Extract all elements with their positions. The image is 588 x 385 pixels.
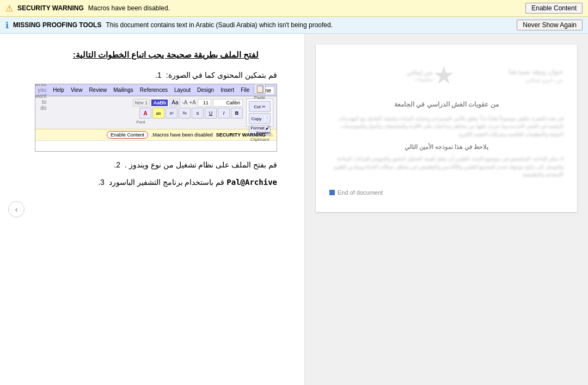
subscript-btn[interactable]: X₂	[179, 108, 191, 119]
font-color-btn[interactable]: A	[139, 108, 151, 119]
step-3-text: Pal@Archive قم باستخدام برنامج التشفير ا…	[109, 178, 277, 187]
step-2-text: قم بفتح الملف على نظام تشغيل من نوع ويند…	[125, 160, 277, 169]
right-doc-header-text-right: نص إضافي معلومات	[329, 69, 433, 82]
end-of-doc-label: End of document	[338, 189, 383, 196]
proofing-warning-label: MISSING PROOFING TOOLS	[13, 21, 101, 29]
ribbon-tab-design[interactable]: Design	[194, 86, 217, 94]
copy-btn[interactable]: 📄 Copy	[249, 113, 271, 124]
nov-display: 1 Nov	[133, 99, 150, 107]
right-doc-section-title: من عقوبات الغش الدراسي في الجامعة	[329, 101, 564, 108]
proofing-info-icon: ℹ	[5, 20, 9, 30]
paste-btn[interactable]: 📋	[254, 84, 266, 94]
bold-btn[interactable]: B	[231, 108, 243, 119]
end-of-document: End of document	[329, 189, 564, 196]
right-doc-star: ★	[433, 61, 455, 90]
security-warning-icon: ⚠	[5, 3, 13, 14]
italic-btn[interactable]: I	[218, 108, 230, 119]
ribbon-tab-view[interactable]: View	[68, 86, 85, 94]
ribbon-security-message: Macros have been disabled.	[151, 132, 213, 138]
step-3-number: 3.	[98, 178, 105, 187]
security-notification-bar: ⚠ SECURITY WARNING Macros have been disa…	[0, 0, 588, 17]
step-1-number: 1.	[155, 71, 162, 79]
ribbon-tab-mailings[interactable]: Mailings	[111, 86, 136, 94]
enable-content-button[interactable]: Enable Content	[525, 3, 583, 14]
cut-btn[interactable]: ✂ Cut	[249, 101, 271, 112]
highlight-btn[interactable]: ab	[152, 108, 164, 119]
strikethrough-btn[interactable]: S	[192, 108, 204, 119]
ribbon-warning-icon: ⚠	[269, 132, 273, 138]
font-size-selector[interactable]: 11	[198, 99, 211, 107]
step-2-number: 2.	[114, 160, 120, 169]
word-ribbon-screenshot: Home File Insert Design Layout Reference…	[35, 84, 277, 152]
right-doc-paragraph-2: لا يمكن للباحث المتخصص في موضوع البحث ال…	[329, 155, 564, 178]
step-1-container: قم بتمكين المحتوى كما في الصورة: 1. Home…	[54, 71, 277, 152]
ribbon-tab-help[interactable]: Help	[50, 86, 67, 94]
ribbon-tab-review[interactable]: Review	[86, 86, 109, 94]
chevron-left-icon: ‹	[15, 205, 18, 214]
right-doc-bold-title: يلاحظ في هذا نموذجه الأمين التالي	[329, 144, 564, 151]
document-title: لفتح الملف بطريقة صحيحة يجب اتباع الخطوا…	[54, 50, 277, 60]
ribbon-security-label: SECURITY WARNING	[216, 132, 266, 138]
security-warning-label: SECURITY WARNING	[17, 4, 84, 12]
clear-format-btn[interactable]: Aa	[169, 98, 180, 107]
right-doc-header-right-line1: نص إضافي	[329, 69, 433, 76]
right-document-panel: عنوان وثيقة نصية هنا نص ثانوي إضافي ★ نص…	[305, 34, 588, 385]
font-size-up[interactable]: A+	[189, 100, 196, 105]
ribbon-enable-content-button[interactable]: Enable Content	[107, 131, 148, 139]
right-doc-header-line2: نص ثانوي إضافي	[460, 77, 564, 83]
step-3-container: Pal@Archive قم باستخدام برنامج التشفير ا…	[54, 178, 277, 187]
ribbon-body: 📋 Paste ✂ Cut 📄 Copy 🖌 Format Painter Cl…	[35, 96, 277, 129]
right-doc-header-right-line2: معلومات	[329, 76, 433, 82]
proofing-notification-bar: ℹ MISSING PROOFING TOOLS This document c…	[0, 17, 588, 34]
font-size-down[interactable]: A-	[182, 100, 187, 105]
ribbon-tab-layout[interactable]: Layout	[171, 86, 193, 94]
proofing-warning-message: This document contains text in Arabic (S…	[106, 21, 512, 29]
never-show-again-button[interactable]: Never Show Again	[517, 20, 583, 30]
step-2-container: قم بفتح الملف على نظام تشغيل من نوع ويند…	[54, 160, 277, 169]
end-of-doc-marker	[329, 190, 335, 195]
right-doc-header-text-block: عنوان وثيقة نصية هنا نص ثانوي إضافي	[460, 68, 564, 83]
superscript-btn[interactable]: X²	[166, 108, 177, 119]
ribbon-tabs-row: Home File Insert Design Layout Reference…	[35, 84, 277, 96]
clipboard-group: 📋 Paste ✂ Cut 📄 Copy 🖌 Format Painter Cl…	[246, 98, 273, 127]
ribbon-security-bar: ⚠ SECURITY WARNING Macros have been disa…	[35, 129, 277, 140]
right-doc-header-line1: عنوان وثيقة نصية هنا	[460, 68, 564, 76]
ribbon-tab-insert[interactable]: Insert	[218, 86, 237, 94]
ribbon-tab-references[interactable]: References	[137, 86, 170, 94]
underline-btn[interactable]: U	[205, 108, 217, 119]
back-navigation-arrow[interactable]: ‹	[8, 201, 24, 218]
right-doc-page: عنوان وثيقة نصية هنا نص ثانوي إضافي ★ نص…	[316, 45, 577, 212]
ribbon-doc-body-preview	[35, 140, 277, 151]
security-warning-message: Macros have been disabled.	[88, 4, 521, 12]
step-3-password: Pal@Archive	[226, 178, 277, 187]
right-doc-paragraph-1: في هذه الفقرة نناقش موضوعاً هاماً جداً ي…	[329, 115, 564, 138]
left-document-panel: ‹ لفتح الملف بطريقة صحيحة يجب اتباع الخط…	[0, 34, 305, 385]
font-section: Calibri 11 A+ A- Aa AaBb 1 Nov B I U	[39, 98, 243, 127]
right-doc-header: عنوان وثيقة نصية هنا نص ثانوي إضافي ★ نص…	[329, 61, 564, 90]
step-1-text: قم بتمكين المحتوى كما في الصورة:	[166, 71, 277, 79]
font-family-selector[interactable]: Calibri	[213, 99, 243, 107]
style-preview: AaBb	[151, 100, 168, 106]
main-content: ‹ لفتح الملف بطريقة صحيحة يجب اتباع الخط…	[0, 34, 588, 385]
